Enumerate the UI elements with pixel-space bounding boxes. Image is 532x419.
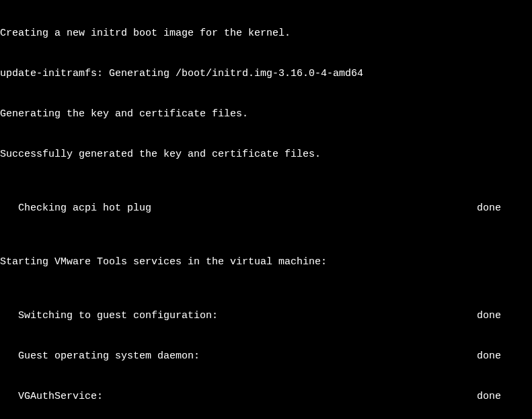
- terminal-status-line: Checking acpi hot plug done: [0, 202, 532, 215]
- terminal-status-line: Guest operating system daemon: done: [0, 350, 532, 363]
- status-label: VGAuthService:: [0, 390, 103, 404]
- status-result: done: [477, 202, 532, 215]
- status-label: Checking acpi hot plug: [0, 202, 151, 215]
- status-label: Guest operating system daemon:: [0, 350, 200, 363]
- terminal-status-line: VGAuthService: done: [0, 390, 532, 404]
- terminal-output-line: Generating the key and certificate files…: [0, 108, 532, 121]
- terminal-output-line: Creating a new initrd boot image for the…: [0, 27, 532, 40]
- status-label: Switching to guest configuration:: [0, 309, 218, 323]
- terminal-status-line: Switching to guest configuration: done: [0, 309, 532, 323]
- terminal-output-line: Successfully generated the key and certi…: [0, 148, 532, 161]
- terminal-output-line: update-initramfs: Generating /boot/initr…: [0, 67, 532, 81]
- terminal-output-line: Starting VMware Tools services in the vi…: [0, 256, 532, 269]
- terminal[interactable]: Creating a new initrd boot image for the…: [0, 0, 532, 419]
- status-result: done: [477, 309, 532, 323]
- status-result: done: [477, 350, 532, 363]
- status-result: done: [477, 390, 532, 404]
